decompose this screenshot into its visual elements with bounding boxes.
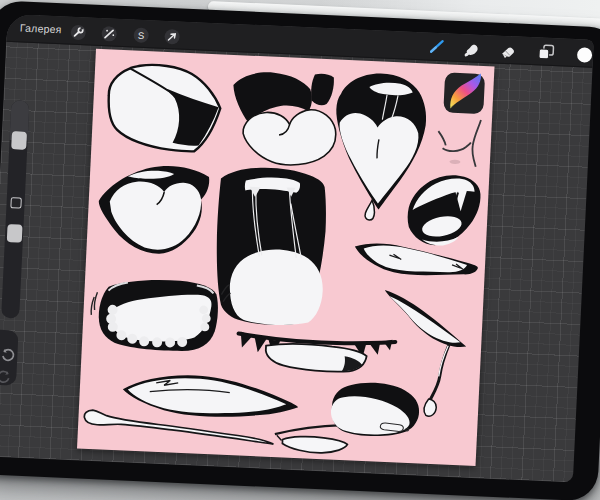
svg-text:S: S <box>137 30 144 41</box>
